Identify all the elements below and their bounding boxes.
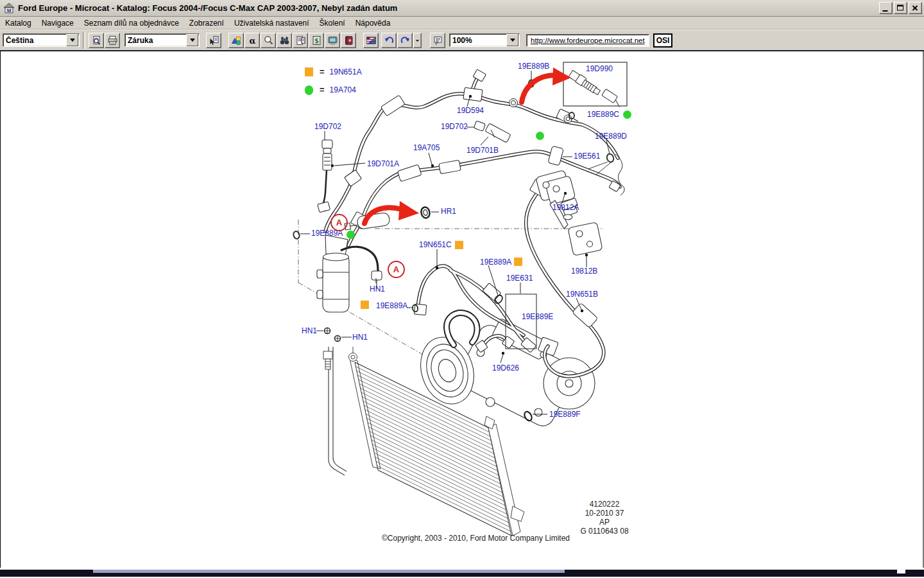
book-icon[interactable]	[341, 33, 356, 48]
part-label-19e889e[interactable]: 19E889E	[522, 312, 553, 321]
taskbar	[0, 568, 924, 578]
redo-icon[interactable]	[397, 33, 413, 48]
warranty-select[interactable]: Záruka	[124, 33, 200, 47]
part-label-19e561[interactable]: 19E561	[574, 152, 600, 161]
part-label-19d701b[interactable]: 19D701B	[466, 146, 499, 155]
part-label-19812a[interactable]: 19812A	[552, 203, 579, 212]
app-window: M Ford Europe - Microcat - Katalog: Focu…	[0, 0, 924, 578]
url-link[interactable]: http://www.fordeurope.microcat.net	[526, 34, 649, 47]
minimize-button[interactable]	[879, 2, 893, 14]
plate-line: AP	[574, 518, 635, 527]
receiver-drier-drawing	[317, 235, 349, 312]
legend-part-19a704[interactable]: 19A704	[330, 85, 356, 94]
callout-a: A	[388, 261, 405, 278]
chevron-down-icon[interactable]	[186, 34, 198, 46]
svg-text:α: α	[249, 35, 255, 45]
screen-icon[interactable]	[325, 33, 340, 48]
green-dot-marker	[346, 231, 355, 239]
legend: =19N651A=19A704	[305, 67, 362, 94]
green-dot-marker	[536, 132, 544, 140]
legend-part-19n651a[interactable]: 19N651A	[330, 67, 362, 76]
window-controls	[879, 2, 922, 14]
osi-button[interactable]: OSI	[653, 33, 673, 48]
part-label-19e889a[interactable]: 19E889A	[480, 258, 511, 267]
toolbar: Čeština Záruka α$ 100% http://www.fordeu…	[0, 30, 924, 51]
orange-square-marker	[455, 241, 463, 249]
zoom-icon[interactable]	[261, 33, 276, 48]
orange-square-marker	[514, 258, 522, 266]
redo-dropdown-icon[interactable]	[413, 33, 422, 48]
plate-line: 10-2010 37	[574, 509, 635, 518]
part-label-19d990[interactable]: 19D990	[586, 64, 613, 73]
print-preview-icon[interactable]	[89, 33, 104, 48]
menu-item-n-pov-da[interactable]: Nápověda	[350, 17, 396, 29]
part-label-hn1[interactable]: HN1	[370, 285, 385, 293]
plate-line: 4120222	[574, 500, 635, 509]
menu-item--kolen-[interactable]: Školení	[314, 17, 350, 29]
part-label-hn1[interactable]: HN1	[302, 326, 317, 335]
orange-square-marker	[361, 301, 369, 309]
print-icon[interactable]	[105, 33, 120, 48]
flag-icon[interactable]	[363, 33, 379, 48]
equals-sign: =	[320, 67, 325, 76]
toolbar-separator	[83, 32, 85, 49]
zoom-value: 100%	[450, 36, 506, 45]
part-label-19d702[interactable]: 19D702	[314, 122, 341, 131]
app-icon: M	[3, 3, 15, 14]
price-icon[interactable]: $	[309, 33, 324, 48]
language-value: Čeština	[3, 36, 66, 45]
menu-bar: KatalogNavigaceSeznam dílů na objednávce…	[0, 17, 924, 30]
part-label-19e889b[interactable]: 19E889B	[518, 62, 549, 71]
part-label-19n651b[interactable]: 19N651B	[566, 290, 598, 299]
notes-icon[interactable]	[430, 33, 445, 48]
taskbar-stripe	[93, 570, 565, 573]
callout-a: A	[330, 214, 348, 231]
part-label-hr1[interactable]: HR1	[441, 207, 456, 216]
part-label-19d701a[interactable]: 19D701A	[367, 159, 399, 168]
part-label-19d626[interactable]: 19D626	[492, 363, 519, 372]
svg-text:$: $	[314, 37, 319, 44]
alpha-index-icon[interactable]: α	[244, 33, 260, 48]
title-bar: M Ford Europe - Microcat - Katalog: Focu…	[0, 0, 924, 17]
part-label-19d594[interactable]: 19D594	[457, 106, 484, 115]
part-label-19e631[interactable]: 19E631	[506, 274, 533, 283]
green-dot-marker	[623, 110, 631, 119]
menu-item-katalog[interactable]: Katalog	[0, 17, 37, 29]
undo-icon[interactable]	[381, 33, 397, 48]
menu-item-seznam-d-l-na-objedn-vce[interactable]: Seznam dílů na objednávce	[79, 17, 184, 29]
svg-text:M: M	[7, 8, 12, 13]
part-label-19e889f[interactable]: 19E889F	[549, 410, 581, 419]
part-label-19e889d[interactable]: 19E889D	[595, 132, 627, 141]
select-parts-icon[interactable]	[206, 33, 221, 48]
taskbar-notch[interactable]	[897, 568, 905, 574]
part-label-19e889a[interactable]: 19E889A	[376, 301, 407, 310]
graphics-icon[interactable]	[228, 33, 244, 48]
orange-square-marker	[305, 68, 313, 76]
maximize-button[interactable]	[894, 2, 907, 14]
window-title: Ford Europe - Microcat - Katalog: Focus …	[18, 3, 397, 13]
menu-item-zobrazen-[interactable]: Zobrazení	[184, 17, 229, 29]
part-label-19812b[interactable]: 19812B	[571, 267, 597, 276]
zoom-select[interactable]: 100%	[449, 33, 520, 47]
warranty-value: Záruka	[125, 36, 186, 45]
part-label-19e889c[interactable]: 19E889C	[587, 110, 619, 119]
url-text: http://www.fordeurope.microcat.net	[531, 37, 645, 44]
chevron-down-icon[interactable]	[506, 34, 518, 46]
chevron-down-icon[interactable]	[66, 34, 78, 46]
equals-sign: =	[320, 85, 325, 94]
part-label-19a705[interactable]: 19A705	[413, 143, 440, 152]
menu-item-navigace[interactable]: Navigace	[37, 17, 79, 29]
menu-item-u-ivatelsk-nastaven-[interactable]: Uživatelská nastavení	[229, 17, 314, 29]
part-label-19d702[interactable]: 19D702	[441, 122, 468, 131]
plate-line: G 0110643 08	[574, 527, 635, 536]
diagram-area: =19N651A=19A704 19E889B19D99019E889C19D5…	[0, 51, 924, 568]
binoculars-icon[interactable]	[277, 33, 292, 48]
parts-list-icon[interactable]	[293, 33, 308, 48]
part-label-19n651c[interactable]: 19N651C	[419, 240, 452, 249]
close-button[interactable]	[909, 2, 922, 14]
green-dot-marker	[305, 87, 313, 95]
copyright-text: ©Copyright, 2003 - 2010, Ford Motor Comp…	[382, 534, 570, 543]
part-label-hn1[interactable]: HN1	[352, 333, 368, 342]
language-select[interactable]: Čeština	[3, 33, 80, 47]
legend-row: =19A704	[305, 85, 362, 94]
